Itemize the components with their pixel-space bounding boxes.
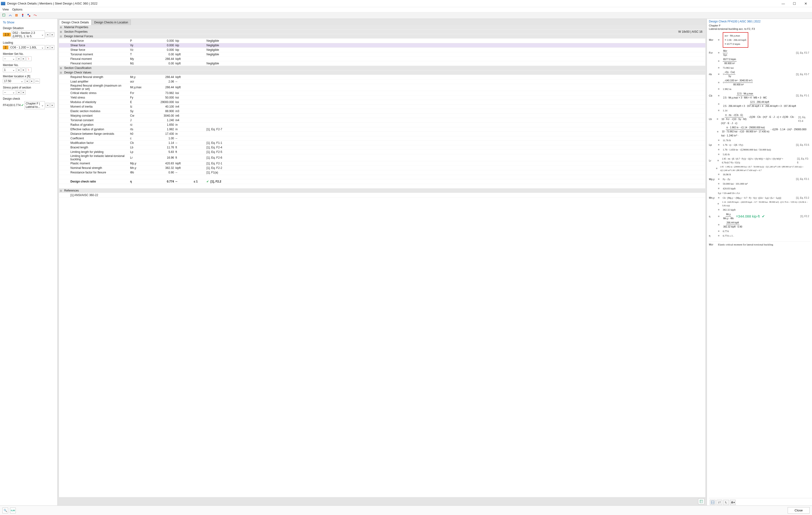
right-panel: Design Check FF4100 | AISC 360 | 2022 Ch… — [707, 19, 812, 507]
memloc-label: Member location x [ft] — [3, 75, 54, 78]
table-settings-button[interactable] — [698, 498, 704, 504]
rtb-table-icon[interactable] — [710, 500, 716, 505]
tab-location[interactable]: Design Checks in Location — [92, 20, 131, 25]
svg-rect-4 — [22, 15, 23, 17]
expand-icon[interactable]: ⊞ — [60, 31, 63, 33]
memberset-combo[interactable]: -- ⌄ — [3, 56, 16, 61]
table-row[interactable]: Resistance factor for flexureΦb0.90--[1]… — [59, 170, 705, 175]
table-row[interactable]: Shear forceVz0.000kipNegligible — [59, 48, 705, 52]
memloc-xx0-button[interactable]: x/x₀ — [35, 79, 40, 84]
table-row[interactable]: Axial forceP0.000kipNegligible — [59, 39, 705, 43]
dc-code: FF4100 — [3, 103, 13, 107]
loading-next-button[interactable]: ▸ — [50, 45, 54, 50]
table-row[interactable]: Plastic momentMp,y420.83kipft[1], Eq. F2… — [59, 161, 705, 166]
ds-next-button[interactable]: ▸ — [50, 32, 54, 37]
expand-icon[interactable]: ⊞ — [60, 67, 63, 69]
right-header: Design Check FF4100 | AISC 360 | 2022 — [709, 20, 812, 23]
table-row[interactable]: Torsional constantJ1.240in4 — [59, 118, 705, 123]
memberset-label: Member Set No. — [3, 52, 54, 56]
dc-prev-button[interactable]: ◂ — [46, 103, 50, 108]
menu-view[interactable]: View — [2, 8, 9, 11]
details-grid[interactable]: ⊞Material Properties ⊞Section Properties… — [59, 25, 705, 497]
subtitle-label: Lateral-torsional buckling acc. to F2, F… — [709, 27, 812, 30]
menu-bar: View Options — [0, 7, 812, 12]
table-row[interactable]: Nominal flexural strengthMn,y382.32kipft… — [59, 166, 705, 170]
memberset-prev-button[interactable]: ◂ — [17, 56, 21, 61]
toolbar-icon-4[interactable] — [20, 13, 25, 18]
memberno-pick-button[interactable] — [26, 67, 31, 72]
design-situation-label: Design Situation — [3, 27, 54, 30]
minimize-button[interactable]: — — [778, 0, 789, 7]
stress-prev-button[interactable]: ◂ — [17, 90, 21, 95]
table-row[interactable]: Distance between flange centroidsh017.43… — [59, 132, 705, 136]
memberset-next-button[interactable]: ▸ — [22, 56, 26, 61]
dc-next-button[interactable]: ▸ — [50, 103, 54, 108]
table-row[interactable]: Warping constantCw3040.00in6 — [59, 114, 705, 118]
collapse-icon[interactable]: ⊟ — [60, 189, 63, 192]
rtb-sort-icon[interactable] — [717, 500, 722, 505]
ds-badge: 2.3 — [3, 33, 11, 36]
middle-panel: Design Check Details Design Checks in Lo… — [57, 19, 707, 507]
loading-prev-button[interactable]: ◂ — [46, 45, 50, 50]
rtb-print-icon[interactable]: 🖶▾ — [730, 500, 735, 505]
table-row[interactable]: Flexural momentMz0.00kipftNegligible — [59, 61, 705, 66]
toolbar-icon-3[interactable] — [14, 13, 19, 18]
formula-area[interactable]: Mcr= αcr · Mr,y,max = 2.06 · 266.44 kipf… — [709, 31, 812, 498]
rtb-formula-icon[interactable]: fₓ — [723, 500, 729, 505]
memberno-combo[interactable]: 1⌄ — [3, 67, 16, 72]
menu-options[interactable]: Options — [12, 8, 23, 11]
table-row[interactable]: Required flexural strengthMr,y266.44kipf… — [59, 75, 705, 80]
collapse-icon[interactable]: ⊟ — [60, 35, 63, 38]
table-row[interactable]: Load amplifierαcr2.06-- — [59, 80, 705, 84]
table-row[interactable]: Modulus of elasticityE29000.000ksi — [59, 100, 705, 104]
table-row[interactable]: Radius of gyrationrz1.650in — [59, 123, 705, 127]
table-row[interactable]: Limiting length for yieldingLp5.83ft[1],… — [59, 150, 705, 154]
table-row[interactable]: Flexural momentMy266.44kipft — [59, 57, 705, 61]
right-toolbar: fₓ 🖶▾ — [709, 498, 812, 507]
table-row[interactable]: Effective radius of gyrationrts1.982in[1… — [59, 127, 705, 132]
loading-combo[interactable]: CO6 - 1.20D + 1.60L⌄ — [9, 45, 45, 50]
stress-label: Stress point of section — [3, 86, 54, 89]
memloc-combo[interactable]: 17.50⌄ — [3, 79, 24, 84]
maximize-button[interactable]: ☐ — [789, 0, 800, 7]
table-row[interactable]: Modification factorCb1.14--[1], Eq. F1-1 — [59, 141, 705, 145]
memloc-next-button[interactable]: ▸ — [30, 79, 34, 84]
expand-icon[interactable]: ⊞ — [60, 26, 63, 29]
stress-next-button[interactable]: ▸ — [22, 90, 26, 95]
memberno-label: Member No. — [3, 63, 54, 67]
table-row[interactable]: Coefficientc1.00-- — [59, 136, 705, 141]
toolbar-icon-1[interactable] — [1, 13, 7, 18]
collapse-icon[interactable]: ⊟ — [60, 71, 63, 74]
sidebar-heading: To Show — [3, 21, 54, 24]
svg-point-5 — [27, 14, 29, 15]
svg-rect-0 — [3, 14, 5, 16]
table-row[interactable]: Elastic section modulusSy88.900in3 — [59, 109, 705, 114]
svg-point-3 — [22, 14, 23, 15]
toolbar-icon-2[interactable] — [8, 13, 13, 18]
toolbar-icon-6[interactable] — [32, 13, 38, 18]
designcheck-combo[interactable]: Chapter F | Lateral-to...⌄ — [24, 101, 45, 109]
design-situation-combo[interactable]: DS2 - Section 2.3 (LRFD), 1. to 5.⌄ — [11, 31, 45, 39]
memberno-next-button[interactable]: ▸ — [22, 67, 26, 72]
toolbar-icon-5[interactable] — [26, 13, 31, 18]
table-row[interactable]: Yield stressFy50.000ksi — [59, 95, 705, 100]
tab-details[interactable]: Design Check Details — [59, 20, 92, 25]
table-row[interactable]: Braced lengthLb11.76ft[1], Eq. F2-4 — [59, 145, 705, 150]
designcheck-label: Design check — [3, 97, 54, 100]
ds-prev-button[interactable]: ◂ — [46, 32, 50, 37]
stress-combo[interactable]: -- ⌄ — [3, 90, 16, 95]
table-row[interactable]: Torsional momentT0.00kipftNegligible — [59, 52, 705, 57]
svg-point-6 — [29, 15, 30, 17]
memberset-pick-button[interactable] — [26, 56, 31, 61]
memloc-prev-button[interactable]: ◂ — [25, 79, 29, 84]
table-row[interactable]: Moment of inertiaIz40.100in4 — [59, 104, 705, 109]
table-row[interactable]: Required flexural strength (maximum on m… — [59, 84, 705, 91]
result-highlight: =344.088 kip-ft ✔ — [736, 213, 765, 219]
close-window-button[interactable]: ✕ — [800, 0, 811, 7]
memberno-prev-button[interactable]: ◂ — [17, 67, 21, 72]
table-row[interactable]: Limiting length for inelastic lateral-to… — [59, 154, 705, 161]
table-row[interactable]: Shear forceVy0.000kipNegligible — [59, 43, 705, 48]
svg-rect-7 — [700, 500, 703, 503]
table-row[interactable]: Critical elastic stressFcr73.982ksi — [59, 91, 705, 95]
chevron-down-icon: ⌄ — [12, 57, 15, 60]
